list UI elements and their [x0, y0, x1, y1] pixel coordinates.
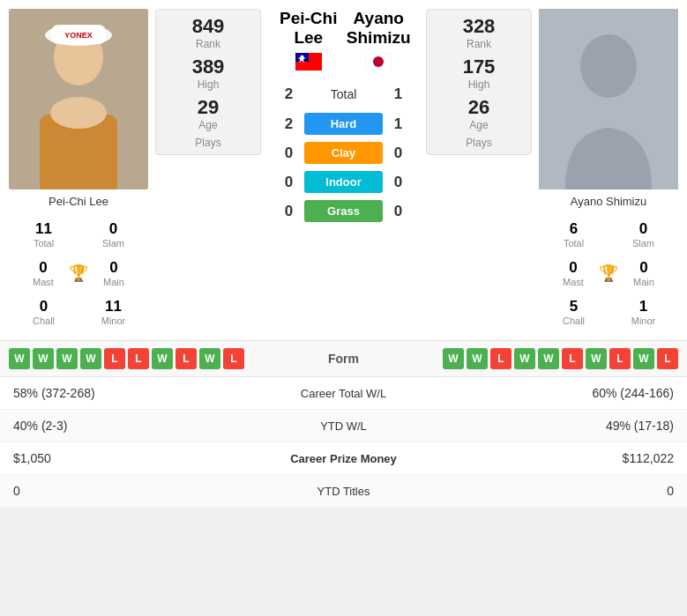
player2-chall-stat: 5 Chall: [539, 293, 609, 331]
stat-label: Career Total W/L: [247, 387, 441, 400]
stat-right-val: 0: [441, 484, 675, 498]
form-badge: W: [514, 348, 535, 369]
player2-mast-stat: 0 Mast: [548, 254, 599, 293]
stat-left-val: 0: [13, 484, 247, 498]
player2-stats-panel: 328 Rank 175 High 26 Age Plays: [426, 9, 532, 155]
form-badge: W: [443, 348, 464, 369]
form-badge: W: [152, 348, 173, 369]
player2-high-block: 175 High: [432, 56, 526, 91]
svg-text:YONEX: YONEX: [64, 31, 93, 40]
stat-label: YTD Titles: [247, 485, 441, 498]
player1-photo: YONEX: [9, 9, 148, 189]
clay-score-row: 0 Clay 0: [273, 142, 414, 164]
form-badge: W: [199, 348, 220, 369]
player2-name-label: Ayano Shimizu: [571, 195, 646, 208]
player2-age-block: 26 Age: [432, 96, 526, 131]
form-badge: L: [490, 348, 512, 369]
form-badge: L: [104, 348, 125, 369]
stats-row: 0 YTD Titles 0: [0, 475, 687, 508]
form-badge: L: [175, 348, 197, 369]
player1-chall-stat: 0 Chall: [9, 293, 78, 331]
svg-point-14: [580, 34, 637, 98]
center-names-row: Pei-Chi Lee Ayano Shimizu: [273, 9, 414, 48]
trophy-icon-left: 🏆: [69, 263, 88, 283]
player1-stats-panel: 849 Rank 389 High 29 Age Plays: [155, 9, 261, 155]
player1-flag: [273, 53, 344, 76]
stats-row: 40% (2-3) YTD W/L 49% (17-18): [0, 410, 687, 442]
form-badge: L: [223, 348, 244, 369]
form-badge: L: [609, 348, 631, 369]
form-badge: W: [9, 348, 30, 369]
hard-score-row: 2 Hard 1: [273, 113, 414, 135]
total-score-row: 2 Total 1: [273, 83, 414, 106]
player1-plays-block: Plays: [161, 137, 255, 149]
player2-main-stat: 0 Main: [618, 254, 669, 293]
form-badge: W: [80, 348, 101, 369]
player1-card: YONEX Pei-Chi Lee 11 Total 0 Slam 0 Ma: [9, 9, 148, 331]
player1-total-stat: 11 Total: [9, 215, 78, 254]
stat-left-val: $1,050: [13, 451, 247, 465]
player1-mast-stat: 0 Mast: [18, 254, 69, 293]
player2-flag: [344, 53, 414, 76]
form-badge: W: [467, 348, 488, 369]
form-badge: W: [56, 348, 78, 369]
player1-rank-block: 849 Rank: [161, 15, 255, 50]
player2-minor-stat: 1 Minor: [609, 293, 678, 331]
player2-trophy-row: 0 Mast 🏆 0 Main: [539, 254, 678, 293]
player2-form-badges: WWLWWLWLWL: [388, 348, 679, 369]
player1-slam-stat: 0 Slam: [78, 215, 148, 254]
player2-card: Ayano Shimizu 6 Total 0 Slam 0 Mast 🏆: [539, 9, 678, 331]
center-comparison: Pei-Chi Lee Ayano Shimizu: [273, 9, 414, 226]
stats-row: 58% (372-268) Career Total W/L 60% (244-…: [0, 377, 687, 410]
form-badge: W: [33, 348, 54, 369]
form-label: Form: [300, 352, 388, 366]
form-badge: L: [562, 348, 583, 369]
stat-label: YTD W/L: [247, 419, 441, 433]
clay-label: Clay: [304, 142, 383, 164]
grass-score-row: 0 Grass 0: [273, 200, 414, 222]
trophy-icon-right: 🏆: [599, 263, 618, 283]
stat-label: Career Prize Money: [247, 452, 441, 465]
svg-point-10: [300, 56, 303, 59]
hard-label: Hard: [304, 113, 383, 135]
player1-name-center: Pei-Chi Lee: [273, 9, 344, 48]
player1-minor-stat: 11 Minor: [78, 293, 148, 331]
grass-label: Grass: [304, 200, 383, 222]
player2-rank-block: 328 Rank: [432, 15, 526, 50]
form-badge: W: [586, 348, 607, 369]
indoor-score-row: 0 Indoor 0: [273, 171, 414, 193]
flags-row: [273, 53, 414, 76]
form-badge: L: [128, 348, 149, 369]
stat-right-val: 60% (244-166): [441, 386, 675, 400]
player1-form-badges: WWWWLLWLWL: [9, 348, 300, 369]
stat-right-val: $112,022: [441, 451, 675, 465]
form-badge: W: [538, 348, 559, 369]
form-badge: L: [657, 348, 678, 369]
stat-left-val: 58% (372-268): [13, 386, 247, 400]
player2-slam-stat: 0 Slam: [609, 215, 678, 254]
total-label: Total: [304, 83, 383, 106]
player1-trophy-row: 0 Mast 🏆 0 Main: [9, 254, 148, 293]
player1-age-block: 29 Age: [161, 96, 255, 131]
indoor-label: Indoor: [304, 171, 383, 193]
form-section: WWWWLLWLWL Form WWLWWLWLWL: [0, 340, 687, 376]
svg-point-3: [50, 97, 107, 129]
player1-high-block: 389 High: [161, 56, 255, 91]
svg-point-12: [373, 56, 384, 67]
form-badge: W: [633, 348, 654, 369]
stats-table: 58% (372-268) Career Total W/L 60% (244-…: [0, 376, 687, 508]
player2-total-stat: 6 Total: [539, 215, 609, 254]
stats-row: $1,050 Career Prize Money $112,022: [0, 442, 687, 475]
player1-main-stat: 0 Main: [88, 254, 139, 293]
stat-left-val: 40% (2-3): [13, 419, 247, 433]
stat-right-val: 49% (17-18): [441, 419, 675, 433]
player1-name-label: Pei-Chi Lee: [49, 195, 108, 208]
player2-plays-block: Plays: [432, 137, 526, 149]
player2-name-center: Ayano Shimizu: [344, 9, 414, 48]
player2-photo: [539, 9, 678, 189]
